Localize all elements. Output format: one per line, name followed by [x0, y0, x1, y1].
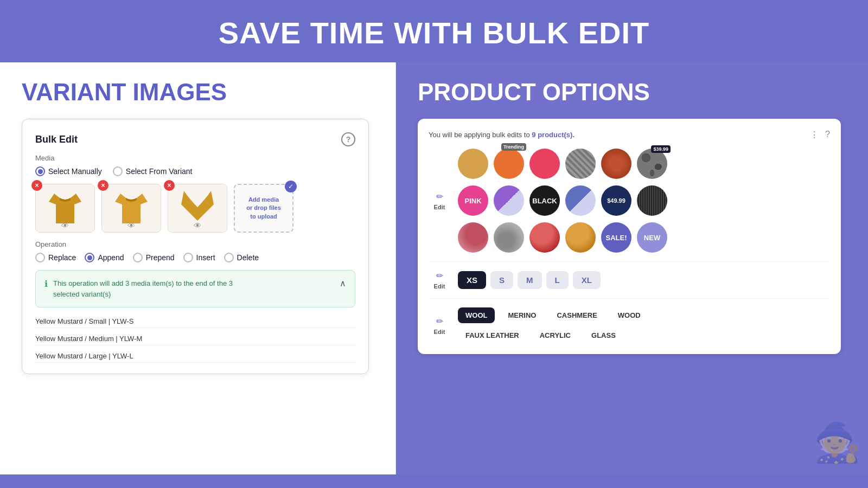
material-acrylic[interactable]: ACRYLIC — [532, 328, 578, 343]
eye-icon-2: 👁 — [127, 221, 135, 230]
op-insert[interactable]: Insert — [183, 253, 215, 262]
radio-manual-label: Select Manually — [48, 167, 102, 176]
add-media-box[interactable]: ✓ Add mediaor drop filesto upload — [234, 184, 293, 233]
info-circle-icon: ℹ — [44, 279, 48, 289]
wizard-hat-decoration: 🧙 — [814, 420, 852, 458]
radio-replace — [35, 253, 45, 262]
help-icon[interactable]: ? — [825, 130, 830, 140]
radio-prepend — [133, 253, 143, 262]
swatch-rose-swirl[interactable] — [458, 222, 488, 253]
swatch-row-2: PINK BLACK $49.99 — [458, 185, 830, 216]
size-chip-l[interactable]: L — [546, 271, 569, 289]
op-prepend-label: Prepend — [146, 253, 175, 262]
page-header: SAVE TIME WITH BULK EDIT — [0, 0, 868, 62]
media-thumb-1: × 👁 — [35, 184, 95, 233]
trending-badge: Trending — [501, 143, 526, 151]
swatch-pink-red[interactable] — [529, 149, 560, 179]
bulk-notice-text: You will be applying bulk edits to 9 pro… — [429, 131, 575, 139]
swatch-row-1: Trending $39.99 — [458, 149, 830, 179]
material-edit-label: Edit — [434, 329, 445, 335]
info-content: ℹ This operation will add 3 media item(s… — [44, 278, 233, 299]
material-wood[interactable]: WOOD — [610, 307, 648, 323]
size-chip-m[interactable]: M — [518, 271, 542, 289]
color-edit-pencil-icon[interactable]: ✏ — [436, 191, 443, 202]
radio-circle-manual — [35, 166, 45, 176]
swatch-blue-half[interactable] — [565, 185, 596, 216]
info-box: ℹ This operation will add 3 media item(s… — [35, 270, 355, 307]
op-replace-label: Replace — [48, 253, 76, 262]
color-swatches-grid: Trending $39.99 PINK — [458, 149, 830, 253]
media-radio-group: Select Manually Select From Variant — [35, 166, 355, 176]
color-edit-label: Edit — [434, 204, 445, 210]
media-thumb-3: × 👁 — [168, 184, 227, 233]
bulk-notice-icons: ⋮ ? — [810, 130, 830, 140]
material-edit-pencil-icon[interactable]: ✏ — [436, 316, 443, 326]
help-icon-button[interactable]: ? — [341, 132, 355, 146]
material-option-row: ✏ Edit WOOL MERINO CASHMERE WOOD FAUX LE… — [429, 307, 830, 343]
swatch-leopard[interactable]: $39.99 — [637, 149, 667, 179]
size-edit-col: ✏ Edit — [429, 271, 450, 290]
swatch-pink[interactable]: PINK — [458, 185, 488, 216]
size-chip-xl[interactable]: XL — [573, 271, 601, 289]
op-append[interactable]: Append — [85, 253, 124, 262]
left-panel: VARIANT IMAGES Bulk Edit ? Media Select … — [0, 62, 396, 474]
radio-delete — [224, 253, 234, 262]
op-append-label: Append — [98, 253, 124, 262]
variant-item-3: Yellow Mustard / Large | YLW-L — [35, 350, 355, 363]
radio-select-from-variant[interactable]: Select From Variant — [113, 166, 193, 176]
size-chip-s[interactable]: S — [490, 271, 513, 289]
material-merino[interactable]: MERINO — [500, 307, 544, 323]
remove-thumb-3-button[interactable]: × — [164, 180, 175, 191]
sale-label: SALE! — [606, 234, 627, 242]
variant-images-title: VARIANT IMAGES — [22, 79, 374, 106]
swatch-ball-amber[interactable] — [565, 222, 596, 253]
black-label: BLACK — [532, 197, 557, 205]
size-edit-label: Edit — [434, 283, 445, 290]
swatch-sale[interactable]: SALE! — [601, 222, 631, 253]
radio-circle-variant — [113, 166, 123, 176]
remove-thumb-1-button[interactable]: × — [31, 180, 42, 191]
swatch-rust[interactable] — [601, 149, 631, 179]
variant-item-1: Yellow Mustard / Small | YLW-S — [35, 315, 355, 328]
material-wool[interactable]: WOOL — [458, 307, 495, 323]
collapse-chevron-icon[interactable]: ∧ — [340, 278, 346, 288]
swatch-ball-red[interactable] — [529, 222, 560, 253]
material-faux-leather[interactable]: FAUX LEATHER — [458, 328, 527, 343]
op-delete-label: Delete — [237, 253, 259, 262]
material-glass[interactable]: GLASS — [584, 328, 623, 343]
media-thumbnails-row: × 👁 × 👁 — [35, 184, 355, 233]
radio-select-manually[interactable]: Select Manually — [35, 166, 102, 176]
product-options-title: PRODUCT OPTIONS — [418, 79, 846, 106]
new-label: NEW — [644, 234, 660, 242]
more-options-icon[interactable]: ⋮ — [810, 130, 819, 140]
swatch-gray-tile[interactable] — [565, 149, 596, 179]
wizard-hat-icon: 🧙 — [814, 421, 861, 464]
size-chip-xs[interactable]: XS — [458, 271, 486, 289]
swatch-gray-swirl[interactable] — [494, 222, 524, 253]
remove-thumb-2-button[interactable]: × — [98, 180, 108, 191]
product-options-card: You will be applying bulk edits to 9 pro… — [418, 119, 841, 354]
swatch-dark-texture[interactable] — [637, 185, 667, 216]
price-label: $49.99 — [607, 197, 626, 204]
op-delete[interactable]: Delete — [224, 253, 259, 262]
op-insert-label: Insert — [196, 253, 215, 262]
swatch-black[interactable]: BLACK — [529, 185, 560, 216]
color-edit-col: ✏ Edit — [429, 191, 450, 210]
product-count-link[interactable]: 9 product(s). — [532, 131, 575, 139]
op-prepend[interactable]: Prepend — [133, 253, 175, 262]
size-edit-pencil-icon[interactable]: ✏ — [436, 271, 443, 281]
media-label: Media — [35, 154, 355, 162]
color-option-row: ✏ Edit Trending — [429, 149, 830, 262]
swatch-amber[interactable] — [458, 149, 488, 179]
radio-append — [85, 253, 94, 262]
material-cashmere[interactable]: CASHMERE — [549, 307, 604, 323]
material-row-2: FAUX LEATHER ACRYLIC GLASS — [458, 328, 830, 343]
swatch-orange[interactable]: Trending — [494, 149, 524, 179]
swatch-purple-half[interactable] — [494, 185, 524, 216]
material-row-1: WOOL MERINO CASHMERE WOOD — [458, 307, 830, 323]
swatch-new[interactable]: NEW — [637, 222, 667, 253]
size-chips-row: XS S M L XL — [458, 271, 601, 289]
add-media-text: Add mediaor drop filesto upload — [246, 196, 281, 221]
op-replace[interactable]: Replace — [35, 253, 76, 262]
swatch-price[interactable]: $49.99 — [601, 185, 631, 216]
